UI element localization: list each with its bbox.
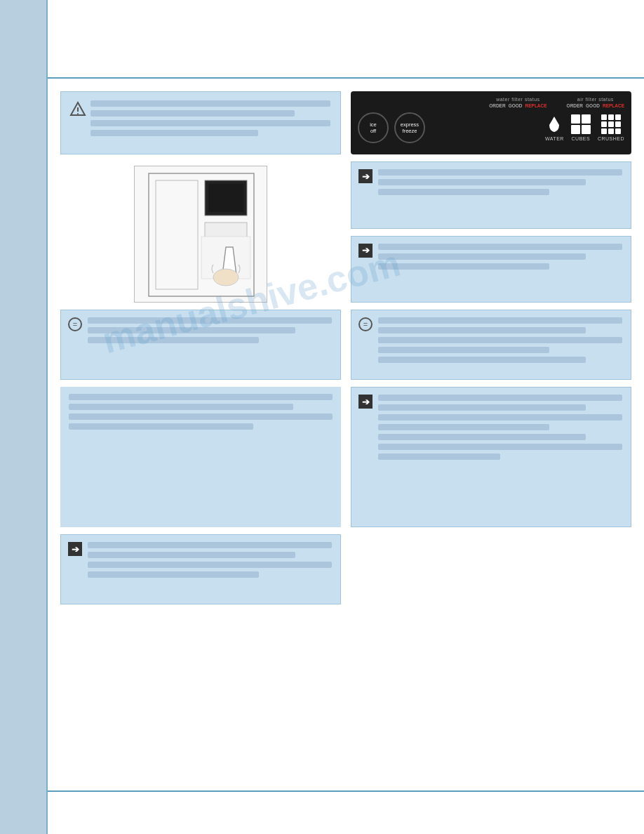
bottom-left-text — [69, 394, 333, 430]
note-icon-right: = — [358, 317, 373, 331]
arrow-box-2-text — [378, 244, 622, 270]
express-freeze-line1: express — [401, 121, 419, 128]
cubes-icon-item[interactable]: CUBES — [571, 114, 591, 141]
cubes-label: CUBES — [572, 136, 591, 141]
control-buttons-row: ice off express freeze WATER — [358, 112, 624, 143]
express-freeze-button[interactable]: express freeze — [394, 112, 425, 143]
water-filter-group: water filter status ORDER GOOD REPLACE — [489, 97, 546, 108]
arrow-box-1: ➔ — [351, 161, 631, 229]
left-arrow-box: ➔ — [60, 534, 341, 604]
air-good-label: GOOD — [586, 103, 600, 108]
note-box-right: = — [351, 310, 631, 380]
ice-off-line2: off — [370, 128, 376, 134]
dispenser-icons: WATER CUBES — [545, 114, 624, 141]
warning-text — [90, 100, 330, 136]
water-label: WATER — [545, 136, 564, 141]
arrow-icon-bottom-right: ➔ — [358, 395, 373, 409]
water-icon — [546, 114, 562, 134]
image-box — [60, 161, 341, 303]
svg-rect-6 — [208, 184, 243, 212]
air-replace-label: REPLACE — [603, 103, 624, 108]
express-freeze-line2: freeze — [403, 128, 417, 134]
filter-status-row: water filter status ORDER GOOD REPLACE a… — [358, 97, 624, 108]
cubes-icon — [571, 114, 591, 134]
water-filter-labels: ORDER GOOD REPLACE — [489, 103, 546, 108]
bottom-right-arrow-box: ➔ — [351, 387, 631, 527]
left-note-box: = — [60, 310, 341, 380]
left-note-box-text — [88, 317, 332, 343]
arrow-box-2: ➔ — [351, 236, 631, 303]
arrow-box-1-text — [378, 169, 622, 195]
crushed-label: CRUSHED — [598, 136, 624, 141]
water-filter-title: water filter status — [489, 97, 546, 102]
note-box-right-text — [378, 317, 622, 363]
svg-rect-4 — [156, 180, 198, 289]
water-good-label: GOOD — [509, 103, 523, 108]
air-order-label: ORDER — [567, 103, 583, 108]
crushed-icon-item[interactable]: CRUSHED — [598, 114, 624, 141]
air-filter-labels: ORDER GOOD REPLACE — [567, 103, 624, 108]
svg-point-2 — [77, 113, 79, 114]
control-panel: water filter status ORDER GOOD REPLACE a… — [351, 91, 631, 154]
bottom-spacer — [60, 611, 631, 640]
water-icon-item[interactable]: WATER — [545, 114, 564, 141]
water-order-label: ORDER — [489, 103, 505, 108]
fridge-diagram — [134, 166, 267, 303]
bottom-left-text-block — [60, 387, 341, 527]
bottom-right-arrow-text — [378, 395, 622, 460]
left-sidebar — [0, 0, 48, 834]
water-replace-label: REPLACE — [525, 103, 547, 108]
air-filter-title: air filter status — [567, 97, 624, 102]
arrow-icon-left-bottom: ➔ — [68, 542, 82, 556]
ice-off-line1: ice — [370, 121, 377, 128]
arrow-icon-2: ➔ — [358, 244, 373, 258]
crushed-icon — [601, 114, 621, 134]
bottom-border-line — [48, 790, 644, 792]
arrow-icon-1: ➔ — [358, 169, 373, 183]
svg-point-9 — [213, 269, 239, 286]
ice-off-button[interactable]: ice off — [358, 112, 389, 143]
main-content: water filter status ORDER GOOD REPLACE a… — [48, 79, 644, 790]
left-arrow-box-text — [88, 542, 332, 578]
warning-box — [60, 91, 341, 154]
air-filter-group: air filter status ORDER GOOD REPLACE — [567, 97, 624, 108]
note-icon-left: = — [68, 317, 82, 331]
warning-icon — [69, 100, 85, 116]
